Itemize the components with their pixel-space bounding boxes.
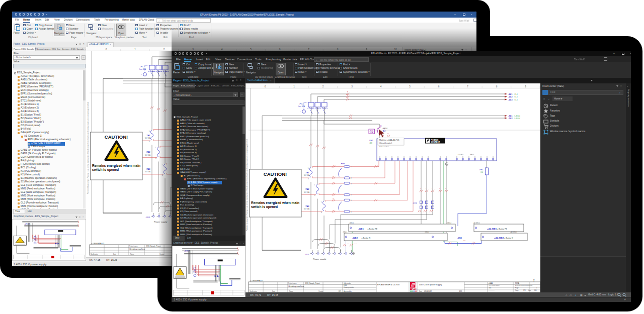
svg-text:F: F (347, 91, 348, 93)
svg-text:-W01: -W01 (457, 237, 462, 239)
svg-text:-PC2: -PC2 (413, 202, 417, 204)
svg-text:0: 0 (106, 48, 107, 51)
svg-text:-TA2: -TA2 (305, 188, 309, 190)
svg-text:1: 1 (423, 156, 424, 158)
svg-text:PE: PE (333, 181, 335, 182)
svg-text:-WE2: -WE2 (352, 237, 358, 239)
svg-text:L: L (308, 167, 309, 169)
svg-text:56 / 5 A: 56 / 5 A (145, 154, 151, 156)
svg-text:CAUTION!: CAUTION! (264, 171, 287, 177)
svg-text:ADE OUTPUT: ADE OUTPUT (379, 146, 389, 148)
svg-text:Power supply: Power supply (313, 258, 327, 260)
svg-text:-TA3: -TA3 (146, 168, 150, 170)
svg-text:1: 1 (475, 156, 476, 158)
svg-text:-WE2:2: -WE2:2 (425, 231, 429, 233)
svg-text:6: 6 (351, 211, 352, 213)
svg-text:= Busbar N: = Busbar N (361, 237, 370, 239)
svg-text:-PF1: -PF1 (369, 139, 373, 142)
svg-text:5: 5 (351, 199, 352, 201)
svg-text:-2L2: -2L2 (508, 95, 513, 98)
svg-text:=GAA: =GAA (489, 282, 493, 284)
svg-text:-XD1: -XD1 (145, 216, 150, 219)
svg-text:~: ~ (300, 111, 302, 113)
svg-text:-PF1: -PF1 (479, 169, 483, 171)
svg-text:2: 2 (323, 85, 324, 88)
svg-text:1: 1 (351, 166, 352, 168)
svg-text:PE: PE (347, 243, 349, 245)
svg-text:/ 1.4: / 1.4 (514, 96, 518, 98)
svg-text:EPLAN GmbH & Co. KG: EPLAN GmbH & Co. KG (377, 283, 399, 286)
svg-text:+KE1/4: +KE1/4 (382, 128, 387, 130)
svg-text:Name: Name (130, 253, 134, 255)
svg-text:CONTACT: CONTACT (431, 141, 440, 143)
svg-text:4: 4 (380, 85, 382, 88)
svg-text:1: 1 (441, 156, 442, 158)
svg-text:2: 2 (533, 279, 535, 282)
svg-text:/ 1.4: / 1.4 (514, 93, 518, 95)
svg-text:L: L (314, 184, 315, 186)
svg-text:265: 265 (534, 289, 537, 291)
svg-text:+A2-WE2: +A2-WE2 (494, 237, 504, 239)
svg-text:178: 178 (523, 289, 526, 291)
svg-text:Remains energized when main: Remains energized when main (251, 201, 299, 205)
svg-text:+A1: +A1 (489, 287, 492, 289)
svg-text:M: M (380, 125, 381, 127)
svg-text:-WE1:1: -WE1:1 (349, 222, 354, 224)
svg-text:1: 1 (494, 156, 495, 158)
svg-text:-TA1: -TA1 (146, 134, 150, 137)
svg-text:PE: PE (333, 198, 335, 199)
svg-text:(Circuit breaker): (Circuit breaker) (379, 142, 392, 144)
svg-text:1: 1 (457, 156, 458, 158)
svg-text:= Busbar PE: = Busbar PE (497, 228, 507, 230)
svg-text:56 / 5 A: 56 / 5 A (145, 137, 151, 139)
svg-text:INPUT: INPUT (470, 154, 474, 156)
svg-text:/ -48/5.4: / -48/5.4 (514, 115, 520, 117)
svg-text:PE: PE (333, 164, 335, 165)
svg-text:2: 2 (164, 48, 165, 51)
svg-text:6: 6 (438, 85, 440, 88)
svg-text:L1: L1 (387, 133, 389, 134)
svg-text:8: 8 (496, 85, 498, 88)
svg-text:-TA1: -TA1 (305, 171, 309, 174)
svg-text:3x6: 3x6 (463, 240, 466, 241)
svg-text:=+B4&EPA1/1: =+B4&EPA1/1 (91, 242, 105, 245)
svg-text:+A2-WE2:1: +A2-WE2:1 (510, 231, 517, 233)
svg-text:56 / 5 A: 56 / 5 A (145, 171, 151, 173)
svg-text:Grinding machine: Grinding machine (129, 248, 145, 250)
svg-text:In = 32A: In = 32A (139, 68, 146, 70)
svg-text:-WE2:1: -WE2:1 (343, 231, 347, 233)
svg-text:-XD5: -XD5 (340, 162, 345, 165)
svg-text:CAUTION!: CAUTION! (105, 134, 128, 140)
svg-text:Page: Page (515, 289, 519, 291)
svg-text:/ 1.4: / 1.4 (514, 99, 518, 101)
svg-text:Enclosure 1: Enclosure 1 (489, 289, 496, 291)
svg-text:N: N (473, 241, 474, 242)
svg-text:3: 3 (351, 183, 352, 185)
svg-text:1: 1 (417, 156, 418, 158)
svg-text:1: 1 (411, 156, 412, 158)
svg-text:GN: GN (449, 241, 451, 242)
svg-text:-FC1: -FC1 (140, 65, 145, 68)
svg-text:/1.4: /1.4 (480, 171, 483, 173)
svg-text:switch is opened: switch is opened (251, 205, 278, 209)
svg-text:Project name: Project name (129, 245, 138, 247)
svg-text:5: 5 (409, 85, 411, 88)
svg-text:= Busbar PE: = Busbar PE (367, 228, 377, 230)
svg-text:1: 1 (380, 156, 381, 158)
svg-text:0: 0 (265, 85, 266, 88)
svg-text:-2GB: -2GB (24, 223, 30, 225)
svg-text:GNYE: GNYE (354, 243, 357, 245)
svg-text:1: 1 (405, 156, 406, 158)
svg-text:Page: Page (515, 287, 519, 289)
svg-text:-WE1:2: -WE1:2 (447, 222, 451, 224)
svg-text:1: 1 (488, 156, 489, 158)
svg-text:/ -48/5.4: / -48/5.4 (514, 118, 520, 120)
svg-text:PE: PE (333, 210, 335, 211)
svg-text:4: 4 (351, 194, 352, 196)
svg-text:1: 1 (469, 156, 470, 158)
svg-text:L: L (321, 201, 322, 203)
svg-text:/1.8: /1.8 (370, 142, 373, 144)
svg-text:Protected by copyright. Passin: Protected by copyright. Passing on as we… (87, 102, 89, 194)
svg-text:Project name: Project name (288, 282, 297, 284)
svg-text:PLAN: PLAN (412, 288, 417, 290)
